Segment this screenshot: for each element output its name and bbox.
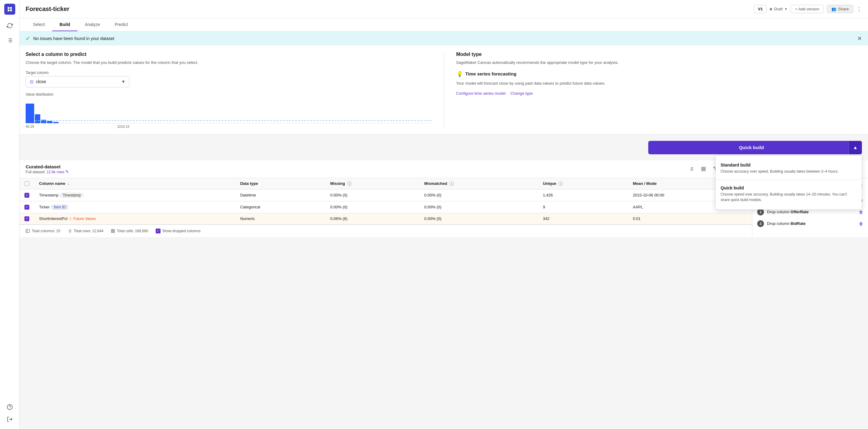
quick-build-option[interactable]: Quick build Choose speed over accuracy. … xyxy=(716,181,862,207)
add-version-label: + Add version xyxy=(795,7,819,11)
dataset-edit-icon[interactable]: ✎ xyxy=(65,169,69,174)
warning-icon: ⚠ xyxy=(69,216,72,221)
version-badge[interactable]: V1 xyxy=(754,5,767,13)
model-type-header: 💡 Time series forecasting xyxy=(456,70,517,77)
dataset-rows-link[interactable]: 12.6k rows xyxy=(47,170,64,174)
tab-select[interactable]: Select xyxy=(26,18,52,31)
svg-rect-41 xyxy=(113,231,115,232)
share-button[interactable]: 👥 Share xyxy=(827,5,854,13)
tab-analyze[interactable]: Analyze xyxy=(78,18,107,31)
table-footer: Total columns: 15 Total rows: 12,644 Tot… xyxy=(20,225,752,237)
left-panel-desc: Choose the target column. The model that… xyxy=(26,60,432,66)
footer-show-dropped[interactable]: Show dropped columns xyxy=(156,229,200,233)
footer-cells-label: Total cells: 189,660 xyxy=(117,229,148,233)
row-3-mean-mode: 0.01 xyxy=(628,213,752,224)
select-all-checkbox[interactable] xyxy=(20,178,34,190)
grid-view-button[interactable] xyxy=(699,164,708,174)
draft-chevron-icon[interactable]: ▼ xyxy=(784,7,787,11)
chart-bar-2 xyxy=(35,114,40,123)
chart-labels: 40.29 2210.15 xyxy=(26,125,129,128)
table-header-row: Column name ↓ Data type Missing i xyxy=(20,178,752,190)
chart-label-max: 2210.15 xyxy=(117,125,129,128)
draft-dot xyxy=(770,8,772,10)
sidebar-refresh-icon[interactable] xyxy=(4,20,16,32)
change-type-link[interactable]: Change type xyxy=(510,91,533,96)
tab-build[interactable]: Build xyxy=(52,18,78,31)
share-icon: 👥 xyxy=(831,7,836,11)
footer-columns-label: Total columns: 15 xyxy=(32,229,60,233)
top-panels: Select a column to predict Choose the ta… xyxy=(20,46,868,135)
notification-close-button[interactable]: ✕ xyxy=(857,35,862,42)
sort-icon: ↓ xyxy=(68,181,70,186)
standard-build-option[interactable]: Standard build Choose accuracy over spee… xyxy=(716,158,862,178)
missing-info-icon[interactable]: i xyxy=(347,181,351,186)
more-menu-button[interactable]: ⋮ xyxy=(857,6,862,12)
row-2-unique: 9 xyxy=(538,201,628,213)
footer-cells: Total cells: 189,660 xyxy=(111,229,148,233)
quick-build-arrow-icon[interactable]: ▲ xyxy=(848,141,862,154)
columns-table: Column name ↓ Data type Missing i xyxy=(20,178,752,225)
row-1-data-type: Datetime xyxy=(235,189,326,201)
chart-area xyxy=(26,99,432,123)
row-3-name: ShortInterestPct ⚠ Future Values xyxy=(34,213,235,224)
build-btn-area: Quick build ▲ Standard build Choose accu… xyxy=(26,141,862,154)
row-3-checkbox[interactable] xyxy=(20,213,34,224)
sidebar-list-icon[interactable] xyxy=(4,34,16,47)
row-3-mismatched: 0.00% (0) xyxy=(420,213,538,224)
dataset-info: Curated-dataset Full dataset: 12.6k rows… xyxy=(26,164,69,174)
dataset-subtitle-label: Full dataset: xyxy=(26,170,45,174)
missing-header: Missing i xyxy=(326,178,420,190)
unique-info-icon[interactable]: i xyxy=(559,181,563,186)
target-column-label: Target column xyxy=(26,70,432,75)
target-column-select[interactable]: ⊙ close ▼ xyxy=(26,76,129,87)
footer-rows-label: Total rows: 12,644 xyxy=(73,229,103,233)
app-logo xyxy=(4,4,15,15)
model-links: Configure time series model Change type xyxy=(456,91,862,96)
recipe-delete-3[interactable]: 🗑 xyxy=(859,221,863,226)
quick-build-button[interactable]: Quick build ▲ xyxy=(648,141,862,154)
show-dropped-checkbox[interactable] xyxy=(156,229,160,233)
table-row: Timestamp Timestamp Datetime 0.00% (0) 0… xyxy=(20,189,752,201)
top-bar: Forecast-ticker V1 Draft ▼ + Add version… xyxy=(20,0,868,18)
value-distribution-label: Value distribution xyxy=(26,92,432,96)
notification-bar: ✓ No issues have been found in your data… xyxy=(20,31,868,46)
row-1-missing: 0.00% (0) xyxy=(326,189,420,201)
draft-label: Draft xyxy=(774,7,782,11)
mismatched-info-icon[interactable]: i xyxy=(450,181,454,186)
sidebar-help-icon[interactable] xyxy=(4,401,16,413)
right-panel: Model type SageMaker Canvas automaticall… xyxy=(444,52,862,128)
row-1-name: Timestamp Timestamp xyxy=(34,189,235,201)
quick-build-option-desc: Choose speed over accuracy. Building usu… xyxy=(721,192,857,203)
svg-rect-15 xyxy=(702,167,703,169)
unique-header: Unique i xyxy=(538,178,628,190)
row-2-data-type: Categorical xyxy=(235,201,326,213)
list-view-button[interactable] xyxy=(686,164,696,174)
row-2-checkbox[interactable] xyxy=(20,201,34,213)
row-3-data-type: Numeric xyxy=(235,213,326,224)
data-type-header: Data type xyxy=(235,178,326,190)
notification-message: No issues have been found in your datase… xyxy=(33,36,114,41)
recipe-num-2: 2 xyxy=(757,209,764,216)
main-content: Forecast-ticker V1 Draft ▼ + Add version… xyxy=(20,0,868,429)
chart-label-min: 40.29 xyxy=(26,125,34,128)
svg-rect-16 xyxy=(704,167,705,169)
sidebar xyxy=(0,0,20,429)
svg-rect-38 xyxy=(112,229,113,230)
build-dropdown: Standard build Choose accuracy over spee… xyxy=(715,155,862,210)
tab-predict[interactable]: Predict xyxy=(107,18,135,31)
page-title: Forecast-ticker xyxy=(26,5,754,12)
add-version-button[interactable]: + Add version xyxy=(790,5,824,13)
recipe-delete-2[interactable]: 🗑 xyxy=(859,210,863,214)
row-3-unique: 342 xyxy=(538,213,628,224)
content-area: Select a column to predict Choose the ta… xyxy=(20,46,868,429)
column-name-header[interactable]: Column name ↓ xyxy=(34,178,235,190)
sidebar-exit-icon[interactable] xyxy=(4,413,16,425)
standard-build-title: Standard build xyxy=(721,163,857,167)
chart-dashed-line xyxy=(35,120,432,121)
share-label: Share xyxy=(838,7,849,11)
dropdown-divider xyxy=(716,180,862,180)
quick-build-option-title: Quick build xyxy=(721,185,857,190)
configure-model-link[interactable]: Configure time series model xyxy=(456,91,506,96)
svg-rect-33 xyxy=(26,229,30,232)
row-1-checkbox[interactable] xyxy=(20,189,34,201)
